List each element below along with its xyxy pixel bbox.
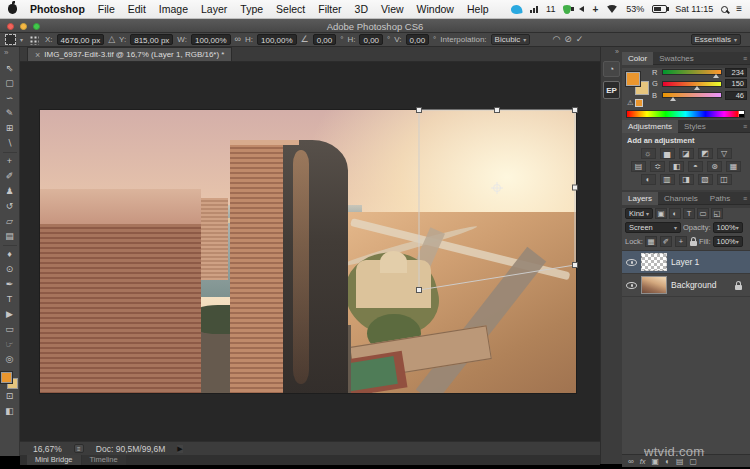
free-transform-overlay[interactable] <box>40 105 585 301</box>
rectangle-shape-tool[interactable]: ▭ <box>0 322 19 337</box>
crop-tool[interactable]: ⊞ <box>0 121 19 136</box>
move-tool[interactable]: ⇖ <box>0 61 19 76</box>
type-layers-filter-icon[interactable]: T <box>683 208 695 219</box>
tab-styles[interactable]: Styles <box>678 120 712 133</box>
status-options-arrow-icon[interactable]: ▶ <box>177 445 182 453</box>
curves-icon[interactable]: ◪ <box>679 148 694 159</box>
menu-clock[interactable]: Sat 11:15 <box>675 4 713 14</box>
screen-mode-button[interactable]: ◧ <box>0 404 19 419</box>
color-balance-icon[interactable]: ≎ <box>650 161 665 172</box>
exposure-icon[interactable]: ◩ <box>698 148 713 159</box>
tab-paths[interactable]: Paths <box>704 192 736 205</box>
hue-saturation-icon[interactable]: ▤ <box>631 161 646 172</box>
tab-timeline[interactable]: Timeline <box>82 455 126 465</box>
gradient-map-icon[interactable]: ▧ <box>698 174 713 185</box>
width-field[interactable]: 100,00% <box>191 34 231 45</box>
transform-handle-top-center[interactable] <box>495 108 500 113</box>
pen-tool[interactable]: ✒ <box>0 277 19 292</box>
menu-item-edit[interactable]: Edit <box>128 3 146 15</box>
black-white-icon[interactable]: ◧ <box>669 161 684 172</box>
status-menu-icon[interactable]: ≡ <box>74 444 84 453</box>
lock-all-icon[interactable] <box>690 241 697 246</box>
smart-object-filter-icon[interactable]: ◱ <box>711 208 723 219</box>
blend-mode-select[interactable]: Screen▾ <box>625 222 681 233</box>
dock-expand-chevron-icon[interactable]: » <box>615 47 619 57</box>
maintain-aspect-link-icon[interactable]: ∞ <box>235 34 241 45</box>
path-selection-tool[interactable]: ▶ <box>0 307 19 322</box>
twitter-icon[interactable] <box>510 4 522 15</box>
lock-position-icon[interactable]: + <box>675 236 687 247</box>
menu-item-help[interactable]: Help <box>467 3 489 15</box>
blue-slider[interactable] <box>662 92 722 98</box>
photo-filter-icon[interactable]: ◓ <box>688 161 703 172</box>
green-slider[interactable] <box>662 81 722 87</box>
toolbar-collapse-chevron-icon[interactable]: » <box>4 48 8 57</box>
rotation-field[interactable]: 0,00 <box>313 34 337 45</box>
warp-mode-button[interactable]: ◠ <box>552 34 560 45</box>
layer-name[interactable]: Layer 1 <box>671 257 699 267</box>
selective-color-icon[interactable]: ◫ <box>717 174 732 185</box>
transform-handle-top-right[interactable] <box>573 108 578 113</box>
layer-row-background[interactable]: Background <box>622 274 750 297</box>
transform-handle-bottom-right[interactable] <box>573 263 578 268</box>
color-spectrum-ramp[interactable] <box>626 110 745 118</box>
accessibility-icon[interactable]: + <box>592 4 598 15</box>
panel-menu-icon[interactable]: ≡ <box>743 195 750 202</box>
spot-healing-brush-tool[interactable]: + <box>0 154 19 169</box>
foreground-color-swatch[interactable] <box>1 372 12 383</box>
threshold-icon[interactable]: ◨ <box>679 174 694 185</box>
lasso-tool[interactable]: ∽ <box>0 91 19 106</box>
quick-selection-tool[interactable]: ✎ <box>0 106 19 121</box>
transform-handle-middle-right[interactable] <box>573 185 578 190</box>
rectangular-marquee-tool[interactable]: ▢ <box>0 76 19 91</box>
gamut-warning-icon[interactable]: ⚠ <box>627 99 633 107</box>
hand-tool[interactable]: ☞ <box>0 337 19 352</box>
eraser-tool[interactable]: ▱ <box>0 214 19 229</box>
workspace-switcher[interactable]: Essentials▾ <box>691 34 741 45</box>
slider-marker[interactable] <box>670 97 676 101</box>
tool-preset-icon[interactable] <box>5 34 16 45</box>
x-position-field[interactable]: 4676,00 px <box>57 34 105 45</box>
layer-visibility-eye-icon[interactable] <box>626 259 637 266</box>
layer-visibility-eye-icon[interactable] <box>626 282 637 289</box>
tab-swatches[interactable]: Swatches <box>653 52 700 65</box>
channel-mixer-icon[interactable]: ⊛ <box>707 161 722 172</box>
tool-preset-caret-icon[interactable]: ▾ <box>20 36 23 43</box>
layer-1-thumbnail[interactable] <box>641 253 667 271</box>
vibrance-icon[interactable]: ▽ <box>717 148 732 159</box>
quick-mask-button[interactable]: ⊡ <box>0 389 19 404</box>
gamut-swatch[interactable] <box>635 99 643 107</box>
antivirus-shield-icon[interactable] <box>563 5 571 14</box>
invert-icon[interactable]: ◐ <box>641 174 656 185</box>
adjustment-layers-filter-icon[interactable]: ◐ <box>669 208 681 219</box>
notification-center-icon[interactable]: ≡ <box>736 4 742 14</box>
v-skew-field[interactable]: 0,00 <box>406 34 430 45</box>
brush-tool[interactable]: ✐ <box>0 169 19 184</box>
signal-bars-icon[interactable] <box>530 6 538 13</box>
menu-item-3d[interactable]: 3D <box>355 3 368 15</box>
tab-color[interactable]: Color <box>622 52 653 65</box>
background-thumbnail[interactable] <box>641 276 667 294</box>
transform-handle-top-left[interactable] <box>417 108 422 113</box>
lock-pixels-icon[interactable]: ✐ <box>660 236 672 247</box>
transform-reference-point[interactable] <box>491 182 503 194</box>
extension-panel-icon[interactable]: EP <box>603 81 620 99</box>
tab-mini-bridge[interactable]: Mini Bridge <box>27 455 81 465</box>
menu-item-image[interactable]: Image <box>159 3 188 15</box>
blue-value-field[interactable]: 46 <box>725 91 747 100</box>
link-layers-icon[interactable]: ∞ <box>628 457 634 466</box>
menu-item-layer[interactable]: Layer <box>201 3 227 15</box>
history-panel-icon[interactable]: ◔ <box>603 61 620 77</box>
brightness-contrast-icon[interactable]: ☼ <box>641 148 656 159</box>
menu-item-filter[interactable]: Filter <box>318 3 341 15</box>
panel-menu-icon[interactable]: ≡ <box>743 123 750 130</box>
interpolation-select[interactable]: Bicubic▾ <box>491 34 531 45</box>
tab-adjustments[interactable]: Adjustments <box>622 120 678 133</box>
transform-handle-bottom-left[interactable] <box>417 288 422 293</box>
fill-field[interactable]: 100%▾ <box>713 236 743 247</box>
zoom-tool[interactable]: ◎ <box>0 352 19 367</box>
blur-tool[interactable]: ♦ <box>0 247 19 262</box>
layer-row-layer-1[interactable]: Layer 1 <box>622 251 750 274</box>
menu-item-file[interactable]: File <box>98 3 115 15</box>
apple-menu-icon[interactable] <box>8 4 17 14</box>
